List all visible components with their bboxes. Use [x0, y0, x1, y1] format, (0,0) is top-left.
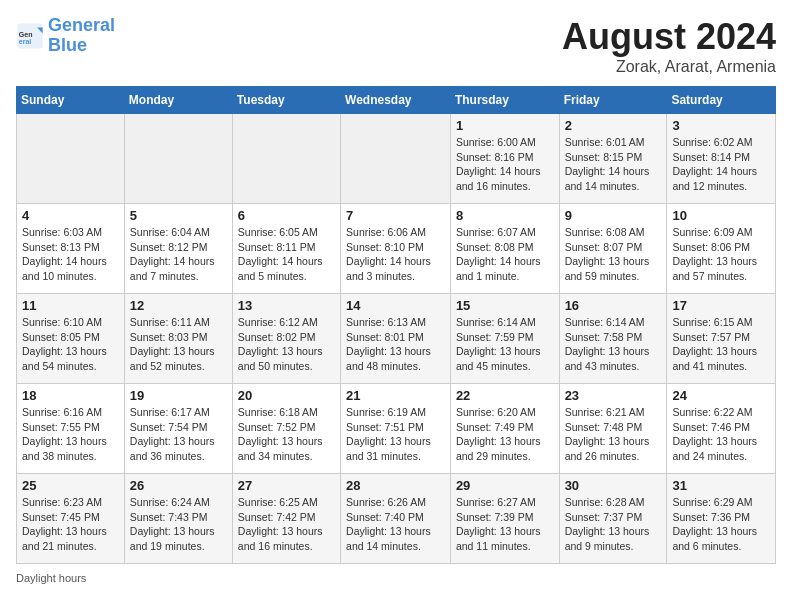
day-number: 15 — [456, 298, 554, 313]
day-number: 5 — [130, 208, 227, 223]
day-info: Sunrise: 6:08 AMSunset: 8:07 PMDaylight:… — [565, 225, 662, 284]
day-number: 31 — [672, 478, 770, 493]
calendar-cell: 28Sunrise: 6:26 AMSunset: 7:40 PMDayligh… — [341, 474, 451, 564]
day-info: Sunrise: 6:11 AMSunset: 8:03 PMDaylight:… — [130, 315, 227, 374]
day-info: Sunrise: 6:03 AMSunset: 8:13 PMDaylight:… — [22, 225, 119, 284]
header-monday: Monday — [124, 87, 232, 114]
day-info: Sunrise: 6:28 AMSunset: 7:37 PMDaylight:… — [565, 495, 662, 554]
day-info: Sunrise: 6:14 AMSunset: 7:59 PMDaylight:… — [456, 315, 554, 374]
page-header: Gen eral General Blue August 2024 Zorak,… — [16, 16, 776, 76]
day-number: 28 — [346, 478, 445, 493]
calendar-cell — [17, 114, 125, 204]
calendar-cell: 12Sunrise: 6:11 AMSunset: 8:03 PMDayligh… — [124, 294, 232, 384]
header-sunday: Sunday — [17, 87, 125, 114]
day-info: Sunrise: 6:22 AMSunset: 7:46 PMDaylight:… — [672, 405, 770, 464]
day-number: 2 — [565, 118, 662, 133]
title-block: August 2024 Zorak, Ararat, Armenia — [562, 16, 776, 76]
page-subtitle: Zorak, Ararat, Armenia — [562, 58, 776, 76]
day-number: 19 — [130, 388, 227, 403]
day-number: 22 — [456, 388, 554, 403]
calendar-cell: 11Sunrise: 6:10 AMSunset: 8:05 PMDayligh… — [17, 294, 125, 384]
logo-blue: Blue — [48, 35, 87, 55]
day-info: Sunrise: 6:00 AMSunset: 8:16 PMDaylight:… — [456, 135, 554, 194]
calendar-cell: 18Sunrise: 6:16 AMSunset: 7:55 PMDayligh… — [17, 384, 125, 474]
calendar-cell — [232, 114, 340, 204]
calendar-cell: 21Sunrise: 6:19 AMSunset: 7:51 PMDayligh… — [341, 384, 451, 474]
day-number: 12 — [130, 298, 227, 313]
day-number: 20 — [238, 388, 335, 403]
day-info: Sunrise: 6:26 AMSunset: 7:40 PMDaylight:… — [346, 495, 445, 554]
day-info: Sunrise: 6:10 AMSunset: 8:05 PMDaylight:… — [22, 315, 119, 374]
day-info: Sunrise: 6:27 AMSunset: 7:39 PMDaylight:… — [456, 495, 554, 554]
day-number: 4 — [22, 208, 119, 223]
day-number: 14 — [346, 298, 445, 313]
day-number: 7 — [346, 208, 445, 223]
day-info: Sunrise: 6:19 AMSunset: 7:51 PMDaylight:… — [346, 405, 445, 464]
header-tuesday: Tuesday — [232, 87, 340, 114]
calendar-cell: 14Sunrise: 6:13 AMSunset: 8:01 PMDayligh… — [341, 294, 451, 384]
calendar-cell: 30Sunrise: 6:28 AMSunset: 7:37 PMDayligh… — [559, 474, 667, 564]
calendar-cell: 8Sunrise: 6:07 AMSunset: 8:08 PMDaylight… — [450, 204, 559, 294]
day-info: Sunrise: 6:05 AMSunset: 8:11 PMDaylight:… — [238, 225, 335, 284]
day-number: 30 — [565, 478, 662, 493]
page-title: August 2024 — [562, 16, 776, 58]
daylight-hours-label: Daylight hours — [16, 572, 86, 584]
calendar-cell: 16Sunrise: 6:14 AMSunset: 7:58 PMDayligh… — [559, 294, 667, 384]
day-number: 16 — [565, 298, 662, 313]
day-number: 3 — [672, 118, 770, 133]
calendar-cell: 13Sunrise: 6:12 AMSunset: 8:02 PMDayligh… — [232, 294, 340, 384]
calendar-cell: 2Sunrise: 6:01 AMSunset: 8:15 PMDaylight… — [559, 114, 667, 204]
day-info: Sunrise: 6:06 AMSunset: 8:10 PMDaylight:… — [346, 225, 445, 284]
day-info: Sunrise: 6:12 AMSunset: 8:02 PMDaylight:… — [238, 315, 335, 374]
calendar-cell: 31Sunrise: 6:29 AMSunset: 7:36 PMDayligh… — [667, 474, 776, 564]
calendar-cell: 19Sunrise: 6:17 AMSunset: 7:54 PMDayligh… — [124, 384, 232, 474]
day-info: Sunrise: 6:25 AMSunset: 7:42 PMDaylight:… — [238, 495, 335, 554]
day-info: Sunrise: 6:15 AMSunset: 7:57 PMDaylight:… — [672, 315, 770, 374]
day-number: 11 — [22, 298, 119, 313]
calendar-cell: 17Sunrise: 6:15 AMSunset: 7:57 PMDayligh… — [667, 294, 776, 384]
day-number: 26 — [130, 478, 227, 493]
calendar-cell: 20Sunrise: 6:18 AMSunset: 7:52 PMDayligh… — [232, 384, 340, 474]
day-info: Sunrise: 6:09 AMSunset: 8:06 PMDaylight:… — [672, 225, 770, 284]
svg-text:Gen: Gen — [19, 31, 33, 38]
calendar-cell: 29Sunrise: 6:27 AMSunset: 7:39 PMDayligh… — [450, 474, 559, 564]
calendar-cell: 3Sunrise: 6:02 AMSunset: 8:14 PMDaylight… — [667, 114, 776, 204]
calendar-cell: 7Sunrise: 6:06 AMSunset: 8:10 PMDaylight… — [341, 204, 451, 294]
logo-text: General Blue — [48, 16, 115, 56]
day-number: 23 — [565, 388, 662, 403]
header-friday: Friday — [559, 87, 667, 114]
day-number: 9 — [565, 208, 662, 223]
svg-text:eral: eral — [19, 38, 32, 45]
calendar-header: Sunday Monday Tuesday Wednesday Thursday… — [17, 87, 776, 114]
logo-general: General — [48, 15, 115, 35]
calendar-cell: 1Sunrise: 6:00 AMSunset: 8:16 PMDaylight… — [450, 114, 559, 204]
header-wednesday: Wednesday — [341, 87, 451, 114]
calendar-cell: 22Sunrise: 6:20 AMSunset: 7:49 PMDayligh… — [450, 384, 559, 474]
footer-note: Daylight hours — [16, 572, 776, 584]
header-saturday: Saturday — [667, 87, 776, 114]
calendar-cell: 25Sunrise: 6:23 AMSunset: 7:45 PMDayligh… — [17, 474, 125, 564]
day-info: Sunrise: 6:16 AMSunset: 7:55 PMDaylight:… — [22, 405, 119, 464]
day-number: 10 — [672, 208, 770, 223]
day-number: 8 — [456, 208, 554, 223]
day-info: Sunrise: 6:14 AMSunset: 7:58 PMDaylight:… — [565, 315, 662, 374]
calendar-cell: 27Sunrise: 6:25 AMSunset: 7:42 PMDayligh… — [232, 474, 340, 564]
calendar-table: Sunday Monday Tuesday Wednesday Thursday… — [16, 86, 776, 564]
calendar-cell: 6Sunrise: 6:05 AMSunset: 8:11 PMDaylight… — [232, 204, 340, 294]
day-info: Sunrise: 6:21 AMSunset: 7:48 PMDaylight:… — [565, 405, 662, 464]
day-info: Sunrise: 6:07 AMSunset: 8:08 PMDaylight:… — [456, 225, 554, 284]
logo-icon: Gen eral — [16, 22, 44, 50]
day-info: Sunrise: 6:23 AMSunset: 7:45 PMDaylight:… — [22, 495, 119, 554]
day-info: Sunrise: 6:20 AMSunset: 7:49 PMDaylight:… — [456, 405, 554, 464]
calendar-body: 1Sunrise: 6:00 AMSunset: 8:16 PMDaylight… — [17, 114, 776, 564]
day-number: 13 — [238, 298, 335, 313]
calendar-cell: 26Sunrise: 6:24 AMSunset: 7:43 PMDayligh… — [124, 474, 232, 564]
day-info: Sunrise: 6:18 AMSunset: 7:52 PMDaylight:… — [238, 405, 335, 464]
day-number: 6 — [238, 208, 335, 223]
calendar-cell — [124, 114, 232, 204]
calendar-cell: 24Sunrise: 6:22 AMSunset: 7:46 PMDayligh… — [667, 384, 776, 474]
calendar-cell: 5Sunrise: 6:04 AMSunset: 8:12 PMDaylight… — [124, 204, 232, 294]
calendar-cell: 23Sunrise: 6:21 AMSunset: 7:48 PMDayligh… — [559, 384, 667, 474]
day-number: 21 — [346, 388, 445, 403]
day-number: 17 — [672, 298, 770, 313]
